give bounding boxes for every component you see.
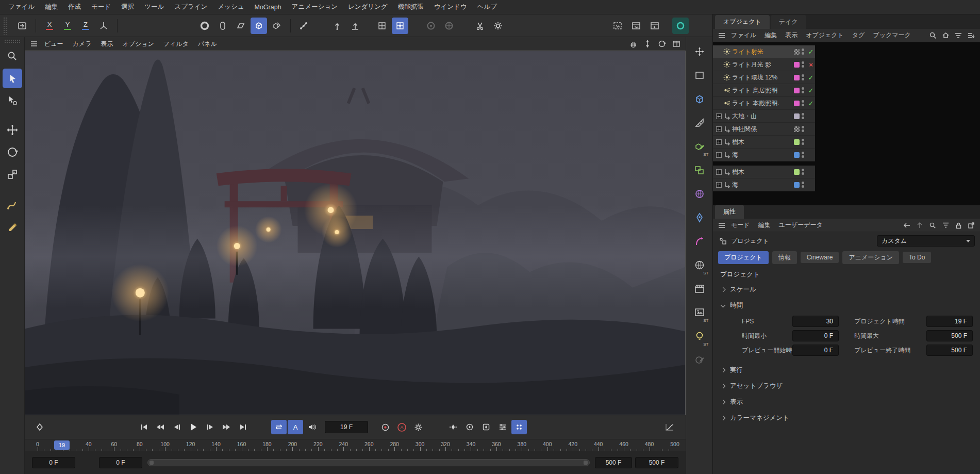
menubar-item[interactable]: メッシュ: [212, 1, 249, 13]
range-end-field[interactable]: 500 F: [635, 457, 678, 468]
mode-plane-button[interactable]: [232, 18, 249, 34]
om-menu-item[interactable]: タグ: [848, 29, 869, 41]
viewport-menu-item[interactable]: ビュー: [40, 38, 68, 50]
key-parameter-toggle[interactable]: [478, 420, 494, 434]
layer-color-chip[interactable]: [794, 113, 800, 119]
asset-boxes-icon[interactable]: [689, 160, 710, 181]
menubar-item[interactable]: レンダリング: [343, 1, 393, 13]
deformer-sphere-icon[interactable]: [689, 184, 710, 204]
clapperboard-icon[interactable]: [689, 279, 710, 299]
enabled-check-icon[interactable]: ✓: [807, 74, 815, 81]
attributes-tab[interactable]: 属性: [715, 205, 744, 219]
menubar-item[interactable]: MoGraph: [250, 2, 287, 13]
next-frame-button[interactable]: [202, 420, 218, 434]
goto-start-button[interactable]: [136, 420, 152, 434]
undo-button[interactable]: [14, 18, 30, 34]
reset-psr-button[interactable]: [329, 18, 345, 34]
menubar-item[interactable]: ツール: [139, 1, 169, 13]
autokey-circle-button[interactable]: A: [394, 420, 409, 434]
live-selection-button[interactable]: [3, 69, 22, 88]
expand-plus-icon[interactable]: [716, 152, 722, 158]
light-bulb-icon[interactable]: ST: [689, 326, 710, 347]
visibility-dots[interactable]: [802, 74, 804, 80]
loop-toggle[interactable]: [271, 420, 287, 434]
attribute-tab-button[interactable]: Cineware: [801, 252, 839, 263]
viewport-menu-item[interactable]: 表示: [96, 38, 118, 50]
preview-end-field[interactable]: 500 F: [595, 457, 632, 468]
attribute-tab-button[interactable]: プロジェクト: [718, 251, 769, 264]
snap-grid-button[interactable]: [392, 18, 408, 34]
om-menu-item[interactable]: オブジェクト: [802, 29, 848, 41]
pan-hand-icon[interactable]: [628, 39, 638, 49]
current-frame-field[interactable]: 19 F: [325, 421, 368, 433]
object-row[interactable]: 樹木: [713, 166, 815, 178]
expand-plus-icon[interactable]: [716, 113, 722, 119]
key-point-toggle[interactable]: [495, 420, 510, 434]
expand-plus-icon[interactable]: [716, 169, 722, 175]
section-header[interactable]: 表示: [713, 394, 980, 410]
ruler-icon[interactable]: [689, 112, 710, 133]
range-handle-left[interactable]: [150, 461, 154, 465]
globe-icon[interactable]: ST: [689, 255, 710, 275]
layer-color-chip[interactable]: [794, 49, 800, 55]
section-header[interactable]: スケール: [713, 282, 980, 298]
am-search-icon[interactable]: [928, 221, 937, 230]
om-tab[interactable]: テイク: [771, 15, 806, 29]
om-menu-item[interactable]: ファイル: [727, 29, 760, 41]
menubar-item[interactable]: アニメーション: [287, 1, 343, 13]
enabled-check-icon[interactable]: ✓: [807, 48, 815, 56]
cube-object-icon[interactable]: [689, 89, 710, 109]
object-row[interactable]: ライト月光 影 ×: [713, 58, 815, 71]
menubar-item[interactable]: 編集: [40, 1, 63, 13]
expand-plus-icon[interactable]: [716, 182, 722, 188]
y-lock-button[interactable]: Y: [59, 18, 76, 34]
coordinates-reset-button[interactable]: [347, 18, 363, 34]
z-lock-button[interactable]: Z: [77, 18, 94, 34]
visibility-dots[interactable]: [802, 48, 804, 55]
section-header[interactable]: 時間: [713, 298, 980, 314]
mode-ring-button[interactable]: [196, 18, 213, 34]
object-row[interactable]: 海: [713, 149, 815, 161]
attribute-tab-button[interactable]: アニメーション: [842, 251, 899, 264]
om-menu-item[interactable]: ブックマーク: [869, 29, 915, 41]
section-header[interactable]: 実行: [713, 362, 980, 378]
field-input[interactable]: 500 F: [926, 330, 973, 341]
attribute-tab-button[interactable]: To Do: [903, 252, 931, 263]
am-menu-item[interactable]: 編集: [754, 219, 775, 231]
menubar-item[interactable]: 機能拡張: [393, 1, 429, 13]
autokey-a-toggle[interactable]: A: [288, 420, 303, 434]
field-input[interactable]: 500 F: [926, 345, 973, 356]
attribute-tab-button[interactable]: 情報: [772, 251, 797, 264]
tweak-tool-button[interactable]: [3, 91, 22, 110]
key-position-toggle[interactable]: [445, 420, 461, 434]
knife-tool-button[interactable]: [3, 217, 22, 237]
mode-texture-button[interactable]: [269, 18, 285, 34]
zoom-view-icon[interactable]: [642, 39, 653, 49]
visibility-dots[interactable]: [802, 169, 804, 175]
cut-tool-button[interactable]: [472, 18, 488, 34]
zoom-tool-button[interactable]: [3, 46, 22, 66]
om-menu-icon[interactable]: [717, 31, 726, 40]
section-header[interactable]: アセットブラウザ: [713, 378, 980, 394]
search-icon[interactable]: [928, 31, 937, 40]
preview-range-bar[interactable]: [147, 459, 590, 466]
enabled-check-icon[interactable]: ✓: [807, 87, 815, 94]
object-row[interactable]: ライト 鳥居照明 ✓: [713, 84, 815, 97]
visibility-dots[interactable]: [802, 100, 804, 106]
disabled-cross-icon[interactable]: ×: [807, 61, 815, 69]
preset-dropdown[interactable]: カスタム: [877, 235, 975, 247]
layer-color-chip[interactable]: [794, 88, 800, 93]
x-lock-button[interactable]: X: [41, 18, 58, 34]
layer-color-chip[interactable]: [794, 182, 800, 188]
range-handle-right[interactable]: [584, 461, 588, 465]
scale-tool-button[interactable]: [3, 165, 22, 184]
menubar-item[interactable]: ウインドウ: [429, 1, 472, 13]
play-button[interactable]: [186, 420, 201, 434]
field-input[interactable]: 30: [792, 316, 839, 327]
mode-capsule-button[interactable]: [214, 18, 231, 34]
field-input[interactable]: 19 F: [926, 316, 973, 327]
object-row[interactable]: ライト 本殿照明. ✓: [713, 97, 815, 110]
object-row[interactable]: 神社関係: [713, 123, 815, 136]
prev-frame-button[interactable]: [169, 420, 185, 434]
field-input[interactable]: 0 F: [792, 330, 839, 341]
